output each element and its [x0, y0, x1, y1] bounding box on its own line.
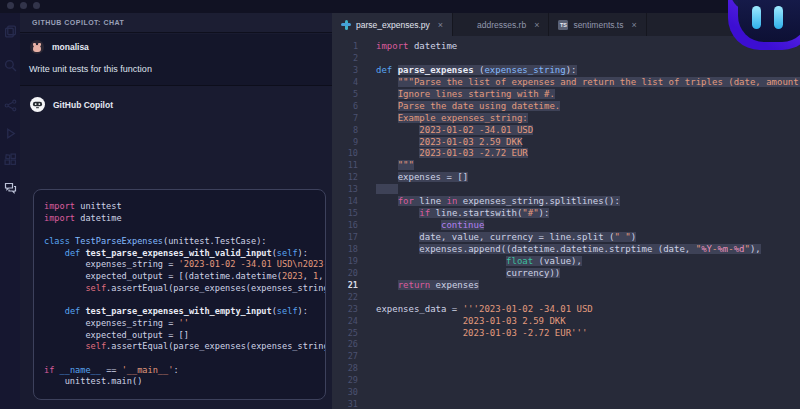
search-icon[interactable] — [4, 59, 17, 72]
editor-code[interactable]: 1import datetime23def parse_expenses (ex… — [332, 41, 800, 409]
copilot-avatar-icon — [30, 97, 45, 112]
source-control-icon[interactable] — [4, 99, 17, 112]
activity-bar — [0, 13, 20, 409]
user-avatar — [30, 40, 44, 54]
window-dot[interactable] — [20, 2, 27, 9]
assistant-response-area: GitHub Copilot import unittestimport dat… — [20, 87, 332, 409]
window-control-dots[interactable] — [7, 2, 40, 9]
mascot-face — [738, 0, 800, 42]
chat-code-block: import unittestimport datetimeclass Test… — [33, 189, 326, 400]
chat-icon[interactable] — [4, 181, 17, 194]
user-message: Write unit tests for this function — [29, 64, 152, 74]
mascot-eye-right — [774, 6, 783, 29]
tab-close-icon[interactable]: × — [438, 20, 443, 30]
window-dot[interactable] — [33, 2, 40, 9]
tab-parse-expenses-py[interactable]: parse_expenses.py × — [332, 13, 453, 36]
tab-label: addresses.rb — [477, 20, 526, 30]
tab-label: parse_expenses.py — [356, 20, 430, 30]
ruby-icon — [462, 20, 472, 30]
chat-panel-title: GITHUB COPILOT: CHAT — [20, 13, 332, 33]
typescript-icon: TS — [558, 20, 568, 30]
user-name: monalisa — [52, 42, 89, 52]
copilot-mascot — [700, 0, 800, 60]
assistant-name: GitHub Copilot — [53, 100, 113, 110]
mascot-eye-left — [752, 6, 761, 29]
window-top-band — [0, 0, 800, 13]
run-debug-icon[interactable] — [4, 127, 17, 140]
tab-close-icon[interactable]: × — [631, 20, 636, 30]
user-message-row: monalisa Write unit tests for this funct… — [20, 34, 332, 86]
files-icon[interactable] — [4, 25, 17, 38]
tab-label: sentiments.ts — [573, 20, 623, 30]
tab-addresses-rb[interactable]: addresses.rb × — [453, 13, 549, 36]
tab-close-icon[interactable]: × — [534, 20, 539, 30]
code-editor[interactable]: 1import datetime23def parse_expenses (ex… — [332, 36, 800, 409]
tab-sentiments-ts[interactable]: TS sentiments.ts × — [549, 13, 646, 36]
extensions-icon[interactable] — [4, 153, 17, 166]
chat-code: import unittestimport datetimeclass Test… — [44, 201, 326, 388]
python-icon — [341, 20, 351, 30]
copilot-chat-panel: GITHUB COPILOT: CHAT monalisa Write unit… — [20, 13, 332, 409]
window-dot[interactable] — [7, 2, 14, 9]
